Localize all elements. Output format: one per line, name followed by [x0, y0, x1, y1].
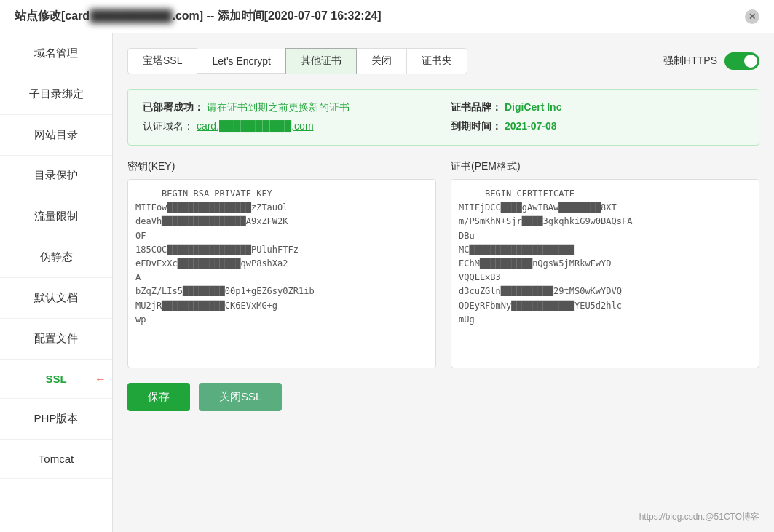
cert-section-label: 证书(PEM格式) [451, 160, 759, 173]
close-window-button[interactable]: ✕ [745, 9, 759, 24]
textareas-row: 密钥(KEY) -----BEGIN RSA PRIVATE KEY----- … [127, 160, 759, 368]
success-status-label: 已部署成功： [143, 101, 204, 113]
https-toggle-switch[interactable] [724, 52, 759, 70]
key-textarea[interactable]: -----BEGIN RSA PRIVATE KEY----- MIIEow██… [127, 179, 436, 368]
save-button[interactable]: 保存 [127, 383, 190, 411]
cert-section: 证书(PEM格式) -----BEGIN CERTIFICATE----- MI… [451, 160, 759, 368]
tab-cert-folder[interactable]: 证书夹 [406, 48, 467, 74]
sidebar-item-default-doc[interactable]: 默认文档 [0, 278, 112, 319]
key-section: 密钥(KEY) -----BEGIN RSA PRIVATE KEY----- … [127, 160, 436, 368]
cert-textarea[interactable]: -----BEGIN CERTIFICATE----- MIIFjDCC████… [451, 179, 759, 368]
success-status-message: 请在证书到期之前更换新的证书 [207, 101, 350, 113]
sidebar-item-dirprotect[interactable]: 目录保护 [0, 156, 112, 196]
tab-close[interactable]: 关闭 [356, 48, 407, 74]
tab-other-cert[interactable]: 其他证书 [285, 48, 357, 74]
cert-brand-label: 证书品牌： [451, 101, 502, 113]
sidebar-item-ratelimit[interactable]: 流量限制 [0, 196, 112, 237]
cert-domain-row: 认证域名： card.██████████.com [143, 120, 436, 133]
success-status: 已部署成功： 请在证书到期之前更换新的证书 [143, 101, 436, 114]
action-buttons: 保存 关闭SSL [127, 383, 759, 411]
sidebar-item-ssl[interactable]: SSL ← [0, 360, 112, 399]
https-toggle-container: 强制HTTPS [663, 52, 759, 70]
sidebar-item-domain[interactable]: 域名管理 [0, 33, 112, 74]
title-bar: 站点修改[card██████████.com] -- 添加时间[2020-07… [0, 0, 774, 33]
sidebar-item-tomcat[interactable]: Tomcat [0, 440, 112, 479]
watermark: https://blog.csdn.@51CTO博客 [639, 511, 759, 523]
sidebar-arrow-icon: ← [95, 373, 106, 386]
cert-brand-value: DigiCert Inc [505, 101, 562, 113]
window: 站点修改[card██████████.com] -- 添加时间[2020-07… [0, 0, 774, 532]
tab-lets-encrypt[interactable]: Let's Encrypt [197, 49, 286, 74]
cert-expiry-row: 到期时间： 2021-07-08 [451, 120, 744, 133]
close-ssl-button[interactable]: 关闭SSL [199, 383, 282, 411]
cert-expiry-value: 2021-07-08 [505, 120, 557, 132]
success-info-box: 已部署成功： 请在证书到期之前更换新的证书 证书品牌： DigiCert Inc… [127, 89, 759, 146]
sidebar-item-pseudostatic[interactable]: 伪静态 [0, 237, 112, 278]
tabs-bar: 宝塔SSL Let's Encrypt 其他证书 关闭 证书夹 强制HTTPS [127, 48, 759, 74]
cert-domain-value: card.██████████.com [197, 120, 314, 132]
key-section-label: 密钥(KEY) [127, 160, 436, 173]
sidebar-item-webroot[interactable]: 网站目录 [0, 115, 112, 156]
https-toggle-label: 强制HTTPS [663, 55, 717, 68]
main-layout: 域名管理 子目录绑定 网站目录 目录保护 流量限制 伪静态 默认文档 配置文件 [0, 33, 774, 532]
content-area: 宝塔SSL Let's Encrypt 其他证书 关闭 证书夹 强制HTTPS … [113, 33, 774, 532]
window-title: 站点修改[card██████████.com] -- 添加时间[2020-07… [15, 9, 382, 24]
sidebar-item-php[interactable]: PHP版本 [0, 399, 112, 440]
cert-domain-label: 认证域名： [143, 120, 194, 132]
cert-expiry-label: 到期时间： [451, 120, 502, 132]
sidebar-item-subdir[interactable]: 子目录绑定 [0, 74, 112, 115]
sidebar-item-config[interactable]: 配置文件 [0, 319, 112, 360]
sidebar: 域名管理 子目录绑定 网站目录 目录保护 流量限制 伪静态 默认文档 配置文件 [0, 33, 113, 532]
tab-baota-ssl[interactable]: 宝塔SSL [127, 48, 197, 74]
cert-brand-row: 证书品牌： DigiCert Inc [451, 101, 744, 114]
